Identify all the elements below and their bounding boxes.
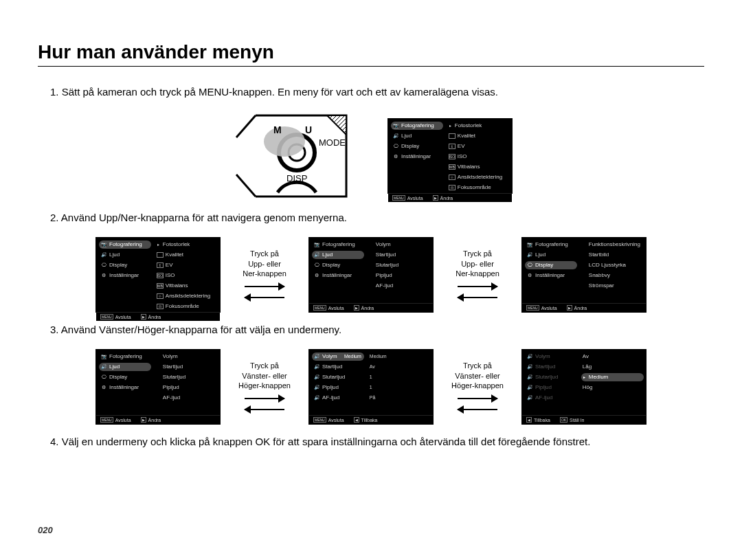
- camera-icon: 📷: [526, 242, 533, 247]
- menu-item-installningar[interactable]: ⚙Inställningar: [525, 271, 577, 280]
- focus-icon: ⊡: [449, 185, 456, 190]
- menu-item-display[interactable]: 🖵Display: [391, 142, 443, 150]
- menu-item-display[interactable]: 🖵Display: [525, 261, 577, 269]
- connector-label: Tryck på Vänster- eller Höger-knappen: [238, 361, 291, 392]
- page-title: Hur man använder menyn: [38, 41, 704, 67]
- menu-item-installningar[interactable]: ⚙Inställningar: [312, 271, 364, 280]
- svg-marker-3: [327, 115, 346, 135]
- connector-updown-2: Tryck på Upp- eller Ner-knappen: [447, 249, 508, 302]
- step-2-row: 📷Fotografering 🔊Ljud 🖵Display ⚙Inställni…: [38, 237, 704, 313]
- step-4-text: 4. Välj en undermeny och klicka på knapp…: [50, 436, 704, 447]
- sub-fokus[interactable]: ⊡Fokusområde: [447, 183, 510, 192]
- gear-icon: ⚙: [100, 385, 107, 390]
- menu-item-ljud[interactable]: 🔊Ljud: [391, 132, 443, 140]
- arrow-left-icon: [458, 406, 497, 413]
- sound-icon: 🔊: [526, 252, 533, 258]
- svg-point-6: [264, 126, 305, 157]
- face-icon: ☺: [449, 175, 456, 180]
- sub-iso[interactable]: ISOISO: [447, 153, 510, 161]
- screen-2c: 📷Fotografering 🔊Ljud 🖵Display ⚙Inställni…: [521, 237, 647, 313]
- gear-icon: ⚙: [100, 273, 107, 278]
- quality-icon: [449, 133, 456, 139]
- screen-2a: 📷Fotografering 🔊Ljud 🖵Display ⚙Inställni…: [95, 237, 221, 313]
- menu-item-installningar[interactable]: ⚙Inställningar: [391, 153, 443, 161]
- menu-item-ljud[interactable]: 🔊Ljud: [312, 251, 364, 259]
- svg-line-1: [236, 115, 256, 137]
- connector-label: Tryck på Vänster- eller Höger-knappen: [451, 361, 504, 392]
- display-icon: 🖵: [526, 262, 533, 268]
- screen-3a: 📷Fotografering 🔊Ljud 🖵Display ⚙Inställni…: [95, 349, 221, 425]
- page-number: 020: [38, 525, 53, 535]
- sub-vitbalans[interactable]: WBVitbalans: [447, 163, 510, 171]
- arrow-left-icon: [458, 294, 497, 301]
- camera-icon: 📷: [100, 242, 107, 247]
- option-medium[interactable]: ▸Medium: [581, 373, 644, 381]
- gear-icon: ⚙: [526, 273, 533, 278]
- gear-icon: ⚙: [392, 154, 399, 159]
- menu-label-prefix: M: [273, 124, 282, 135]
- menu-label-suffix: U: [305, 124, 312, 135]
- screen-2b: 📷Fotografering 🔊Ljud 🖵Display ⚙Inställni…: [308, 237, 434, 313]
- menu-item-installningar[interactable]: ⚙Inställningar: [99, 271, 151, 280]
- menu-item-display[interactable]: 🖵Display: [99, 261, 151, 269]
- menu-item-fotografering[interactable]: 📷Fotografering: [312, 240, 364, 249]
- display-icon: 🖵: [392, 144, 399, 149]
- connector-label: Tryck på Upp- eller Ner-knappen: [243, 249, 286, 280]
- arrow-right-icon: [458, 395, 497, 402]
- menu-item-ljud[interactable]: 🔊Ljud: [525, 251, 577, 259]
- wb-icon: WB: [449, 164, 456, 170]
- step-2-text: 2. Använd Upp/Ner-knapparna för att navi…: [50, 212, 704, 223]
- step-3-text: 3. Använd Vänster/Höger-knapparna för at…: [50, 324, 704, 335]
- iso-icon: ISO: [449, 154, 456, 159]
- option-hog[interactable]: Hög: [581, 383, 644, 392]
- connector-updown-1: Tryck på Upp- eller Ner-knappen: [234, 249, 295, 302]
- connector-leftright-1: Tryck på Vänster- eller Höger-knappen: [234, 361, 295, 414]
- connector-leftright-2: Tryck på Vänster- eller Höger-knappen: [447, 361, 508, 414]
- sound-icon: 🔊: [313, 354, 320, 359]
- screen-3b: 🔊VolymMedium 🔊Startljud 🔊Slutarljud 🔊Pip…: [308, 349, 434, 425]
- screen-3c: 🔊Volym 🔊Startljud 🔊Slutarljud 🔊Pipljud 🔊…: [521, 349, 647, 425]
- camera-icon: 📷: [313, 242, 320, 247]
- gear-icon: ⚙: [313, 273, 320, 278]
- camera-icon: 📷: [392, 123, 399, 128]
- sound-icon: 🔊: [313, 252, 320, 258]
- arrow-left-icon: [245, 294, 284, 301]
- arrow-right-icon: [245, 395, 284, 402]
- sub-kvalitet[interactable]: Kvalitet: [447, 132, 510, 140]
- sub-ansikt[interactable]: ☺Ansiktsdetektering: [447, 173, 510, 181]
- sub-volym[interactable]: 🔊VolymMedium: [312, 352, 364, 361]
- camera-diagram: M U MODE DISP: [229, 111, 374, 201]
- display-icon: 🖵: [100, 262, 107, 268]
- option-av[interactable]: Av: [581, 352, 644, 361]
- arrow-left-icon: [245, 406, 284, 413]
- menu-item-display[interactable]: 🖵Display: [312, 261, 364, 269]
- display-icon: 🖵: [313, 262, 320, 268]
- menu-item-fotografering[interactable]: 📷Fotografering: [99, 240, 151, 249]
- step-1-row: M U MODE DISP 📷Fotografering 🔊Ljud 🖵Disp…: [38, 111, 704, 201]
- screen-foto: 📷Fotografering 🔊Ljud 🖵Display ⚙Inställni…: [387, 118, 513, 194]
- step-1-text: 1. Sätt på kameran och tryck på MENU-kna…: [50, 86, 704, 98]
- sub-fotostorlek[interactable]: ▸Fotostorlek: [447, 122, 510, 130]
- display-icon: 🖵: [100, 374, 107, 380]
- sub-ev[interactable]: ±EV: [447, 142, 510, 150]
- menu-item-fotografering[interactable]: 📷Fotografering: [525, 240, 577, 249]
- arrow-right-icon: [458, 283, 497, 290]
- camera-icon: 📷: [100, 354, 107, 359]
- ev-icon: ±: [449, 144, 456, 149]
- menu-item-ljud[interactable]: 🔊Ljud: [99, 251, 151, 259]
- menu-item-fotografering[interactable]: 📷Fotografering: [391, 122, 443, 130]
- sound-icon: 🔊: [100, 364, 107, 370]
- sound-icon: 🔊: [392, 133, 399, 139]
- arrow-right-icon: [245, 283, 284, 290]
- sound-icon: 🔊: [100, 252, 107, 258]
- connector-label: Tryck på Upp- eller Ner-knappen: [456, 249, 499, 280]
- step-3-row: 📷Fotografering 🔊Ljud 🖵Display ⚙Inställni…: [38, 349, 704, 425]
- svg-line-2: [236, 175, 256, 197]
- mode-label: MODE: [319, 137, 346, 148]
- option-lag[interactable]: Låg: [581, 363, 644, 371]
